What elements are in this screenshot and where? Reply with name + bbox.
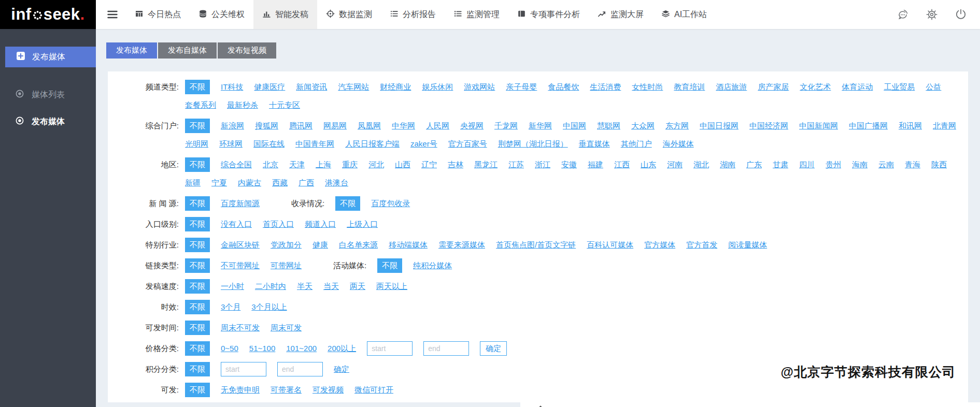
filter-option[interactable]: 两天 bbox=[350, 279, 365, 294]
filter-option[interactable]: 上级入口 bbox=[347, 217, 378, 231]
filter-option[interactable]: 重庆 bbox=[342, 157, 358, 172]
filter-option[interactable]: 0~50 bbox=[221, 341, 238, 356]
filter-option[interactable]: 黑龙江 bbox=[474, 157, 498, 172]
filter-option[interactable]: 国际在线 bbox=[253, 137, 285, 151]
filter-option[interactable]: 搜狐网 bbox=[255, 119, 278, 133]
price-max-input[interactable] bbox=[423, 341, 469, 356]
nav-item-today-hot[interactable]: 今日热点 bbox=[126, 0, 190, 29]
filter-option[interactable]: 汽车网站 bbox=[338, 80, 369, 94]
filter-chip-unlimited[interactable]: 不限 bbox=[185, 341, 210, 356]
nav-item-monitor-manage[interactable]: 监测管理 bbox=[445, 0, 508, 29]
filter-option[interactable]: 周末不可发 bbox=[221, 321, 260, 335]
points-category-confirm-button[interactable]: 确定 bbox=[334, 362, 349, 376]
filter-option[interactable]: 辽宁 bbox=[421, 157, 437, 172]
filter-option[interactable]: 山东 bbox=[641, 157, 656, 172]
filter-option[interactable]: 阅读量媒体 bbox=[728, 238, 767, 252]
sidebar-item-media-list[interactable]: 媒体列表 bbox=[0, 89, 96, 100]
filter-option[interactable]: 宁夏 bbox=[211, 176, 227, 190]
filter-chip-unlimited[interactable]: 不限 bbox=[185, 300, 210, 314]
filter-option[interactable]: 中国日报网 bbox=[700, 119, 738, 133]
filter-option[interactable]: 51~100 bbox=[249, 341, 275, 356]
nav-item-monitor-screen[interactable]: 监测大屏 bbox=[589, 0, 652, 29]
filter-option[interactable]: 百科认可媒体 bbox=[587, 238, 633, 252]
filter-option[interactable]: 新浪网 bbox=[221, 119, 244, 133]
filter-chip-unlimited[interactable]: 不限 bbox=[185, 321, 210, 335]
filter-option[interactable]: 千龙网 bbox=[494, 119, 518, 133]
filter-option[interactable]: 和讯网 bbox=[899, 119, 922, 133]
filter-chip-unlimited[interactable]: 不限 bbox=[185, 157, 210, 172]
filter-option[interactable]: 新华网 bbox=[529, 119, 552, 133]
filter-option[interactable]: 游戏网站 bbox=[464, 80, 495, 94]
filter-option[interactable]: 女性时尚 bbox=[632, 80, 663, 94]
filter-option[interactable]: 广西 bbox=[299, 176, 314, 190]
filter-option[interactable]: 微信可打开 bbox=[354, 383, 393, 397]
filter-option[interactable]: 两天以上 bbox=[376, 279, 407, 294]
filter-option[interactable]: 人民网 bbox=[426, 119, 449, 133]
filter-option[interactable]: 海外媒体 bbox=[663, 137, 694, 151]
filter-option[interactable]: 当天 bbox=[323, 279, 339, 294]
points-max-input[interactable] bbox=[277, 362, 323, 376]
tab-publish-media[interactable]: 发布媒体 bbox=[106, 42, 157, 59]
filter-option[interactable]: 环球网 bbox=[219, 137, 243, 151]
filter-option[interactable]: 不可带网址 bbox=[221, 258, 260, 273]
filter-option[interactable]: 大众网 bbox=[631, 119, 655, 133]
filter-chip-unlimited[interactable]: 不限 bbox=[377, 258, 402, 273]
filter-option[interactable]: 垂直媒体 bbox=[579, 137, 610, 151]
filter-chip-unlimited[interactable]: 不限 bbox=[185, 383, 210, 397]
filter-option[interactable]: 最新秒杀 bbox=[227, 98, 258, 112]
filter-option[interactable]: 可发视频 bbox=[313, 383, 344, 397]
filter-option[interactable]: 吉林 bbox=[448, 157, 463, 172]
filter-chip-unlimited[interactable]: 不限 bbox=[185, 279, 210, 294]
filter-option[interactable]: 101~200 bbox=[286, 341, 317, 356]
filter-option[interactable]: 文化艺术 bbox=[800, 80, 831, 94]
filter-option[interactable]: 河南 bbox=[667, 157, 683, 172]
price-category-confirm-button[interactable]: 确定 bbox=[480, 341, 507, 356]
filter-option[interactable]: 教育培训 bbox=[674, 80, 705, 94]
filter-option[interactable]: 百度包收录 bbox=[371, 196, 410, 211]
filter-option[interactable]: 云南 bbox=[878, 157, 894, 172]
filter-option[interactable]: 套餐系列 bbox=[185, 98, 216, 112]
filter-option[interactable]: 百度新闻源 bbox=[221, 196, 260, 211]
filter-option[interactable]: 十元专区 bbox=[269, 98, 300, 112]
nav-item-smart-publish[interactable]: 智能发稿 bbox=[253, 0, 317, 29]
nav-item-data-monitor[interactable]: 数据监测 bbox=[317, 0, 381, 29]
filter-option[interactable]: 3个月以上 bbox=[251, 300, 287, 314]
filter-option[interactable]: 需要来源媒体 bbox=[438, 238, 485, 252]
filter-option[interactable]: 福建 bbox=[588, 157, 603, 172]
filter-option[interactable]: 纯积分媒体 bbox=[413, 258, 452, 273]
filter-option[interactable]: 生活消费 bbox=[590, 80, 621, 94]
filter-option[interactable]: 房产家居 bbox=[758, 80, 789, 94]
filter-option[interactable]: 频道入口 bbox=[305, 217, 336, 231]
filter-chip-unlimited[interactable]: 不限 bbox=[185, 258, 210, 273]
filter-option[interactable]: 港澳台 bbox=[325, 176, 348, 190]
filter-option[interactable]: 周末可发 bbox=[271, 321, 302, 335]
filter-option[interactable]: 公益 bbox=[926, 80, 941, 94]
sidebar-publish-media-button[interactable]: 发布媒体 bbox=[5, 47, 96, 67]
filter-option[interactable]: 首页焦点图/首页文字链 bbox=[496, 238, 576, 252]
filter-option[interactable]: 湖北 bbox=[693, 157, 709, 172]
hamburger-menu-icon[interactable] bbox=[106, 0, 119, 29]
filter-option[interactable]: zaker号 bbox=[410, 137, 437, 151]
filter-option[interactable]: 网易网 bbox=[323, 119, 347, 133]
filter-option[interactable]: 官方首发 bbox=[686, 238, 717, 252]
filter-option[interactable]: 其他门户 bbox=[621, 137, 652, 151]
filter-option[interactable]: 北青网 bbox=[933, 119, 956, 133]
gear-icon[interactable] bbox=[925, 8, 939, 21]
filter-option[interactable]: 江苏 bbox=[508, 157, 524, 172]
nav-item-special-event-analysis[interactable]: 专项事件分析 bbox=[508, 0, 589, 29]
filter-option[interactable]: 综合全国 bbox=[221, 157, 252, 172]
filter-option[interactable]: 海南 bbox=[852, 157, 868, 172]
filter-option[interactable]: 新疆 bbox=[185, 176, 201, 190]
filter-option[interactable]: 凤凰网 bbox=[358, 119, 381, 133]
filter-option[interactable]: 内蒙古 bbox=[238, 176, 261, 190]
filter-option[interactable]: 慧聪网 bbox=[597, 119, 620, 133]
filter-option[interactable]: 中华网 bbox=[392, 119, 415, 133]
nav-item-ai-workstation[interactable]: AI工作站 bbox=[652, 0, 716, 29]
filter-option[interactable]: 上海 bbox=[316, 157, 331, 172]
filter-option[interactable]: 腾讯网 bbox=[289, 119, 313, 133]
tab-publish-self-media[interactable]: 发布自媒体 bbox=[158, 42, 217, 59]
sidebar-item-publish-media[interactable]: 发布媒体 bbox=[0, 116, 96, 127]
filter-option[interactable]: 人民日报客户端 bbox=[345, 137, 400, 151]
filter-option[interactable]: 白名单来源 bbox=[339, 238, 378, 252]
filter-option[interactable]: 首页入口 bbox=[263, 217, 294, 231]
